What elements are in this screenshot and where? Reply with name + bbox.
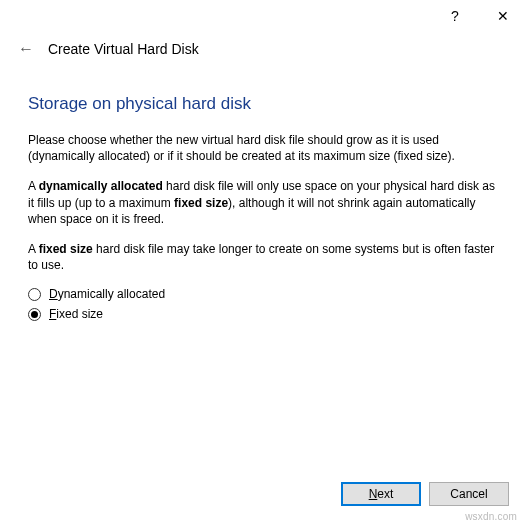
bold-text: fixed size bbox=[174, 196, 228, 210]
fixed-paragraph: A fixed size hard disk file may take lon… bbox=[28, 241, 495, 273]
dynamic-paragraph: A dynamically allocated hard disk file w… bbox=[28, 178, 495, 227]
section-title: Storage on physical hard disk bbox=[28, 94, 495, 114]
wizard-footer: Next Cancel bbox=[341, 482, 509, 506]
radio-fixed-size[interactable]: Fixed size bbox=[28, 307, 495, 321]
text: ynamically allocated bbox=[58, 287, 165, 301]
back-arrow-icon[interactable]: ← bbox=[16, 40, 36, 58]
help-button[interactable]: ? bbox=[443, 4, 467, 28]
storage-type-radio-group: Dynamically allocated Fixed size bbox=[28, 287, 495, 321]
radio-icon bbox=[28, 288, 41, 301]
text: A bbox=[28, 242, 39, 256]
intro-paragraph: Please choose whether the new virtual ha… bbox=[28, 132, 495, 164]
content-area: Storage on physical hard disk Please cho… bbox=[0, 94, 523, 321]
radio-label: Dynamically allocated bbox=[49, 287, 165, 301]
watermark: wsxdn.com bbox=[465, 511, 517, 522]
radio-label: Fixed size bbox=[49, 307, 103, 321]
radio-dynamically-allocated[interactable]: Dynamically allocated bbox=[28, 287, 495, 301]
next-button[interactable]: Next bbox=[341, 482, 421, 506]
wizard-header: ← Create Virtual Hard Disk bbox=[0, 32, 523, 74]
text: ixed size bbox=[56, 307, 103, 321]
bold-text: fixed size bbox=[39, 242, 93, 256]
close-button[interactable]: ✕ bbox=[491, 4, 515, 28]
mnemonic: D bbox=[49, 287, 58, 301]
text: hard disk file may take longer to create… bbox=[28, 242, 494, 272]
text: ext bbox=[377, 487, 393, 501]
cancel-button[interactable]: Cancel bbox=[429, 482, 509, 506]
page-title: Create Virtual Hard Disk bbox=[48, 41, 199, 57]
titlebar: ? ✕ bbox=[0, 0, 523, 32]
text: A bbox=[28, 179, 39, 193]
radio-icon bbox=[28, 308, 41, 321]
bold-text: dynamically allocated bbox=[39, 179, 163, 193]
